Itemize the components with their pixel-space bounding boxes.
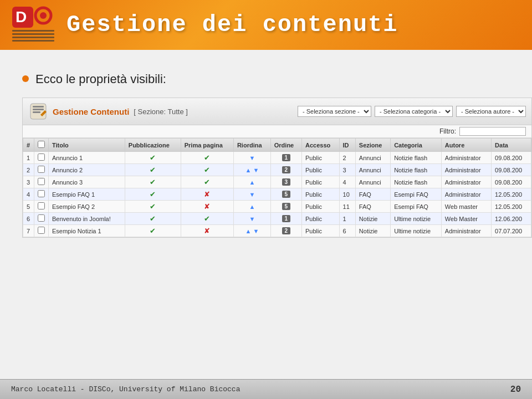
cell-checkbox[interactable]	[34, 188, 49, 201]
riordina-up-icon[interactable]: ▲	[245, 167, 251, 173]
cell-pubblicazione: ✔	[125, 188, 181, 201]
svg-rect-4	[12, 30, 54, 32]
cell-id: 1	[339, 213, 355, 225]
footer-bar: Marco Locatelli - DISCo, University of M…	[0, 379, 532, 399]
cell-titolo: Annuncio 3	[49, 176, 125, 188]
cell-accesso: Public	[301, 152, 339, 164]
row-checkbox[interactable]	[38, 154, 45, 161]
cell-ordine: 5	[270, 188, 301, 201]
cell-id: 10	[339, 188, 355, 201]
cell-pubblicazione: ✔	[125, 152, 181, 164]
riordina-down-icon[interactable]: ▼	[249, 216, 255, 222]
cell-data: 12.05.200	[492, 188, 531, 201]
riordina-up-icon[interactable]: ▲	[249, 203, 255, 210]
author-select[interactable]: - Seleziona autore -	[456, 106, 526, 117]
cell-riordina: ▼	[233, 152, 270, 164]
col-header-sezione: Sezione	[355, 139, 390, 152]
riordina-up-icon[interactable]: ▲	[249, 179, 255, 186]
cell-pubblicazione: ✔	[125, 225, 181, 237]
cms-panel: Gestione Contenuti [ Sezione: Tutte ] - …	[22, 98, 532, 238]
cell-num: 3	[23, 176, 34, 188]
cell-prima-pagina: ✔	[181, 164, 233, 176]
cms-table: # Titolo Pubblicazione Prima pagina Rior…	[23, 138, 531, 237]
riordina-down-icon[interactable]: ▼	[249, 155, 255, 161]
cell-autore: Web master	[441, 201, 491, 213]
cell-data: 09.08.200	[492, 152, 531, 164]
order-badge: 1	[282, 154, 291, 161]
prima-cross-icon: ✘	[204, 227, 210, 235]
cms-panel-controls: - Seleziona sezione - - Seleziona catego…	[298, 106, 526, 117]
prima-check-icon: ✔	[204, 166, 210, 174]
disco-logo-icon: D	[11, 6, 55, 44]
cms-panel-title: Gestione Contenuti	[53, 107, 129, 116]
prima-check-icon: ✔	[204, 154, 210, 162]
row-checkbox[interactable]	[38, 178, 45, 185]
bullet-dot-icon	[22, 75, 29, 82]
cell-categoria: Ultime notizie	[391, 225, 442, 237]
footer-page-number: 20	[510, 385, 521, 395]
cell-pubblicazione: ✔	[125, 213, 181, 225]
cms-panel-header: Gestione Contenuti [ Sezione: Tutte ] - …	[23, 98, 531, 125]
cell-riordina: ▲ ▼	[233, 225, 270, 237]
cell-prima-pagina: ✘	[181, 188, 233, 201]
svg-rect-9	[33, 106, 44, 108]
cms-panel-title-area: Gestione Contenuti [ Sezione: Tutte ]	[28, 101, 188, 121]
section-select[interactable]: - Seleziona sezione -	[298, 106, 371, 117]
svg-text:D: D	[16, 8, 27, 25]
prima-check-icon: ✔	[204, 214, 210, 223]
table-row: 1 Annuncio 1 ✔ ✔ ▼ 1 Public 2 Annunci No…	[23, 152, 531, 164]
cell-pubblicazione: ✔	[125, 201, 181, 213]
cell-data: 07.07.200	[492, 225, 531, 237]
col-header-riordina: Riordina	[233, 139, 270, 152]
cell-num: 5	[23, 201, 34, 213]
cell-titolo: Esempio FAQ 2	[49, 201, 125, 213]
svg-point-3	[40, 12, 47, 19]
row-checkbox[interactable]	[38, 166, 45, 173]
category-select[interactable]: - Seleziona categoria -	[375, 106, 453, 117]
cell-checkbox[interactable]	[34, 213, 49, 225]
cell-checkbox[interactable]	[34, 201, 49, 213]
cell-id: 11	[339, 201, 355, 213]
riordina-down-icon[interactable]: ▼	[249, 191, 255, 198]
cell-accesso: Public	[301, 213, 339, 225]
cell-categoria: Notizie flash	[391, 152, 442, 164]
svg-rect-11	[33, 111, 40, 113]
cell-categoria: Ultime notizie	[391, 213, 442, 225]
cell-categoria: Notizie flash	[391, 176, 442, 188]
row-checkbox[interactable]	[38, 202, 45, 209]
select-all-checkbox[interactable]	[38, 141, 45, 148]
order-badge: 1	[282, 215, 291, 222]
order-badge: 2	[282, 227, 291, 234]
row-checkbox[interactable]	[38, 214, 45, 222]
prima-check-icon: ✔	[204, 178, 210, 186]
filter-input[interactable]	[459, 127, 526, 136]
cell-categoria: Esempi FAQ	[391, 201, 442, 213]
logo-area: D	[11, 6, 55, 44]
row-checkbox[interactable]	[38, 190, 45, 197]
footer-text: Marco Locatelli - DISCo, University of M…	[11, 385, 240, 393]
col-header-num: #	[23, 139, 34, 152]
row-checkbox[interactable]	[38, 227, 45, 234]
cell-num: 7	[23, 225, 34, 237]
cell-checkbox[interactable]	[34, 176, 49, 188]
cell-riordina: ▼	[233, 188, 270, 201]
cms-panel-subtitle: [ Sezione: Tutte ]	[134, 108, 188, 116]
cell-autore: Administrator	[441, 152, 491, 164]
riordina-up-icon[interactable]: ▲	[245, 228, 251, 234]
pub-check-icon: ✔	[150, 227, 156, 235]
cell-checkbox[interactable]	[34, 225, 49, 237]
cell-sezione: FAQ	[355, 188, 390, 201]
table-row: 4 Esempio FAQ 1 ✔ ✘ ▼ 5 Public 10 FAQ Es…	[23, 188, 531, 201]
cell-id: 3	[339, 164, 355, 176]
cell-checkbox[interactable]	[34, 164, 49, 176]
riordina-down-icon[interactable]: ▼	[253, 228, 259, 234]
cell-checkbox[interactable]	[34, 152, 49, 164]
cell-id: 2	[339, 152, 355, 164]
prima-cross-icon: ✘	[204, 190, 210, 198]
riordina-down-icon[interactable]: ▼	[253, 167, 259, 173]
order-badge: 5	[282, 191, 291, 198]
pub-check-icon: ✔	[150, 214, 156, 223]
col-header-titolo: Titolo	[49, 139, 125, 152]
bullet-text: Ecco le proprietà visibili:	[35, 72, 166, 86]
cell-data: 09.08.200	[492, 164, 531, 176]
